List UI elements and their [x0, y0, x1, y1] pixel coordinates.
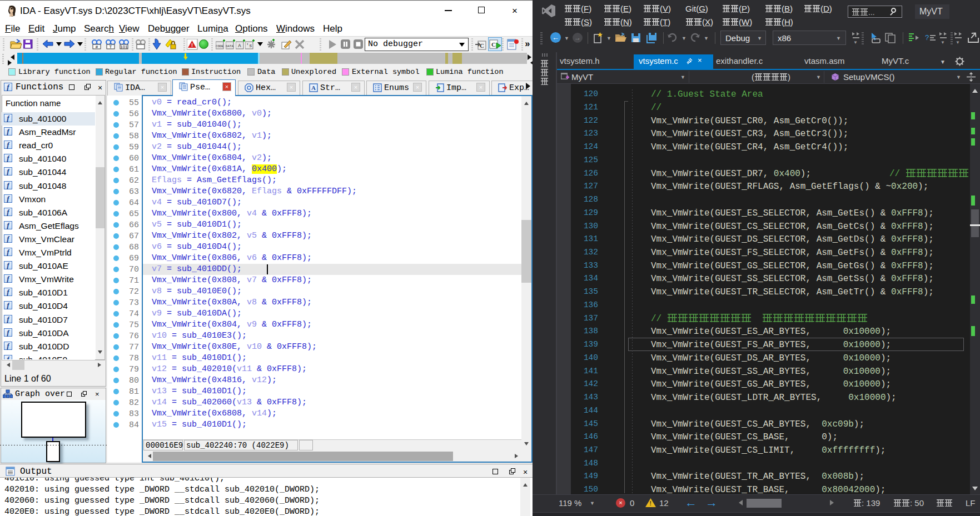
svg-text:C: C — [491, 41, 496, 48]
svg-text:?: ? — [925, 33, 929, 42]
svg-text:!: ! — [191, 42, 193, 48]
svg-text:#: # — [96, 44, 98, 49]
svg-text:'s: 's — [246, 43, 252, 49]
svg-text:101: 101 — [120, 44, 128, 49]
svg-text:CODE: CODE — [216, 44, 224, 48]
svg-text:A: A — [238, 43, 241, 49]
svg-text:T: T — [110, 44, 112, 49]
svg-text:C: C — [480, 42, 484, 49]
svg-text:A: A — [311, 84, 316, 91]
svg-text:DATA: DATA — [226, 44, 234, 48]
